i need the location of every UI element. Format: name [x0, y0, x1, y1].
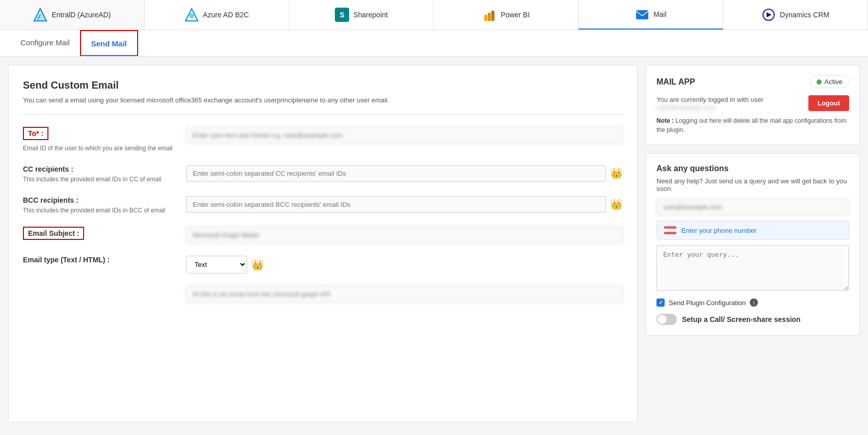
- cc-sublabel: This includes the provided email IDs in …: [23, 175, 176, 184]
- email-type-input-col: Text HTML 👑: [186, 256, 623, 274]
- tab-powerbi[interactable]: Power BI: [434, 0, 578, 30]
- email-type-select-wrap: Text HTML 👑: [186, 256, 623, 274]
- body-input-col: [186, 286, 623, 303]
- bcc-field-row: BCC recipients : This includes the provi…: [23, 196, 623, 215]
- tab-send-mail[interactable]: Send Mail: [80, 30, 138, 56]
- email-type-label: Email type (Text / HTML) :: [23, 256, 176, 264]
- ask-description: Need any help? Just send us a query and …: [656, 177, 849, 193]
- logout-button[interactable]: Logout: [808, 95, 849, 111]
- send-plugin-checkbox[interactable]: ✓: [656, 298, 665, 307]
- mail-app-header: MAIL APP Active: [656, 75, 849, 88]
- to-field-row: To* : Email ID of the user to which you …: [23, 127, 623, 153]
- mail-icon: [635, 7, 649, 21]
- bcc-premium-icon: 👑: [610, 198, 623, 210]
- tab-azureb2c[interactable]: Azure AD B2C: [145, 0, 290, 30]
- entraid-label: EntralD (AzureAD): [51, 11, 111, 19]
- cc-field-row: CC recipients : This includes the provid…: [23, 165, 623, 184]
- dynamics-label: Dynamics CRM: [780, 11, 829, 19]
- cc-input[interactable]: [186, 165, 606, 182]
- send-plugin-label: Send Plugin Configuration: [669, 299, 746, 307]
- note-content: Logging out here will delete all the mai…: [656, 117, 847, 133]
- powerbi-icon: [482, 8, 496, 22]
- checkbox-check-icon: ✓: [659, 300, 663, 306]
- sharepoint-label: Sharepoint: [353, 11, 388, 19]
- active-indicator: [817, 79, 822, 85]
- tab-configure-mail[interactable]: Configure Mail: [10, 30, 80, 56]
- logged-in-text: You are currently logged in with user: [656, 96, 764, 103]
- top-navigation: EntralD (AzureAD) Azure AD B2C S Sharepo…: [0, 0, 868, 30]
- email-type-row: Email type (Text / HTML) : Text HTML 👑: [23, 256, 623, 274]
- to-label-col: To* : Email ID of the user to which you …: [23, 127, 176, 153]
- ask-email-input[interactable]: [656, 199, 849, 215]
- active-badge: Active: [810, 75, 849, 88]
- to-label: To* :: [23, 127, 48, 140]
- logged-in-row: You are currently logged in with user us…: [656, 95, 849, 111]
- svg-rect-8: [636, 10, 648, 19]
- cc-premium-icon: 👑: [610, 167, 623, 179]
- ask-title: Ask any questions: [656, 164, 849, 173]
- tab-entraid[interactable]: EntralD (AzureAD): [0, 0, 145, 30]
- svg-rect-5: [484, 15, 487, 21]
- note-text: Note : Logging out here will delete all …: [656, 116, 849, 134]
- email-type-select[interactable]: Text HTML: [186, 256, 247, 274]
- subject-field-row: Email Subject :: [23, 227, 623, 243]
- divider: [23, 114, 623, 115]
- phone-placeholder: Enter your phone number: [681, 227, 756, 234]
- bcc-label-col: BCC recipients : This includes the provi…: [23, 196, 176, 215]
- subject-input[interactable]: [186, 227, 623, 243]
- svg-rect-7: [491, 11, 494, 21]
- screen-share-row: Setup a Call/ Screen-share session: [656, 314, 849, 325]
- cc-label-col: CC recipients : This includes the provid…: [23, 165, 176, 184]
- body-input[interactable]: [186, 286, 623, 303]
- main-layout: Send Custom Email You can send a email u…: [0, 57, 868, 430]
- tab-dynamics[interactable]: Dynamics CRM: [723, 0, 868, 30]
- dynamics-icon: [761, 8, 776, 22]
- svg-rect-6: [488, 13, 491, 21]
- to-sublabel: Email ID of the user to which you are se…: [23, 144, 176, 153]
- svg-marker-10: [767, 12, 772, 17]
- bcc-input-col: 👑: [186, 196, 623, 213]
- note-label: Note :: [656, 117, 674, 124]
- to-input-col: [186, 127, 623, 144]
- azureb2c-icon: [185, 8, 199, 22]
- panel-title: Send Custom Email: [23, 79, 623, 91]
- bcc-input[interactable]: [186, 196, 606, 213]
- powerbi-label: Power BI: [501, 11, 530, 19]
- tab-mail[interactable]: Mail: [578, 0, 723, 30]
- tab-sharepoint[interactable]: S Sharepoint: [290, 0, 434, 30]
- bcc-label: BCC recipients :: [23, 196, 176, 204]
- screen-share-toggle[interactable]: [656, 314, 677, 325]
- query-textarea[interactable]: [656, 245, 849, 291]
- info-icon[interactable]: i: [750, 298, 758, 307]
- subject-input-col: [186, 227, 623, 243]
- phone-input-button[interactable]: Enter your phone number: [656, 221, 849, 240]
- mail-app-title: MAIL APP: [656, 77, 695, 87]
- subject-label-col: Email Subject :: [23, 227, 176, 242]
- screen-share-label: Setup a Call/ Screen-share session: [682, 315, 801, 323]
- bcc-sublabel: This includes the provided email IDs in …: [23, 206, 176, 215]
- email-type-premium-icon: 👑: [251, 259, 264, 271]
- panel-description: You can send a email using your licensed…: [23, 96, 623, 104]
- mail-app-card: MAIL APP Active You are currently logged…: [646, 65, 860, 145]
- sub-tab-bar: Configure Mail Send Mail: [0, 30, 868, 57]
- svg-point-4: [189, 13, 194, 18]
- right-panel: MAIL APP Active You are currently logged…: [646, 65, 860, 422]
- ask-questions-card: Ask any questions Need any help? Just se…: [646, 153, 860, 336]
- cc-label: CC recipients :: [23, 165, 176, 173]
- mail-label: Mail: [653, 10, 667, 18]
- send-plugin-row: ✓ Send Plugin Configuration i: [656, 298, 849, 307]
- azureb2c-label: Azure AD B2C: [203, 11, 249, 19]
- logged-in-user: user@example.com: [656, 103, 764, 111]
- send-email-panel: Send Custom Email You can send a email u…: [8, 65, 638, 422]
- entraid-icon: [33, 8, 47, 22]
- logged-in-section: You are currently logged in with user us…: [656, 96, 764, 111]
- email-type-label-col: Email type (Text / HTML) :: [23, 256, 176, 266]
- body-row: [23, 286, 623, 303]
- sharepoint-icon: S: [335, 8, 349, 22]
- phone-flag-icon: [664, 226, 676, 234]
- active-label: Active: [825, 78, 843, 86]
- cc-input-wrapper: 👑: [186, 165, 623, 182]
- to-input[interactable]: [186, 127, 623, 144]
- subject-label: Email Subject :: [23, 227, 84, 240]
- bcc-input-wrapper: 👑: [186, 196, 623, 213]
